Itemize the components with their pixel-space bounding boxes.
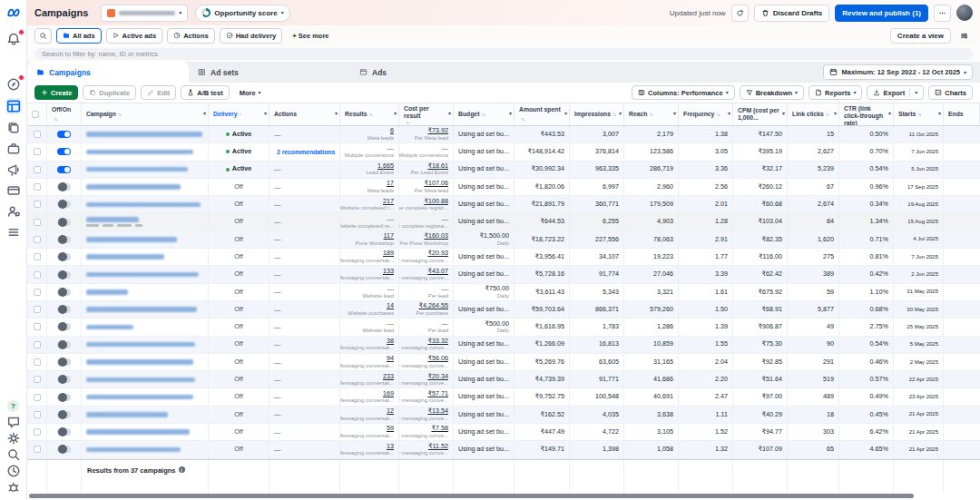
ad-account-selector[interactable]: ▾: [101, 5, 188, 22]
compass-icon[interactable]: [6, 77, 21, 92]
row-checkbox[interactable]: [34, 323, 41, 330]
column-header-delivery[interactable]: Delivery↑▾: [209, 103, 270, 125]
campaign-toggle[interactable]: [57, 411, 71, 418]
more-options-button[interactable]: [934, 5, 951, 22]
campaign-name-cell[interactable]: [82, 337, 209, 353]
create-button[interactable]: Create: [34, 85, 78, 100]
filter-pill-all-ads[interactable]: All ads: [56, 28, 102, 44]
chat-icon[interactable]: [6, 415, 21, 429]
campaign-toggle[interactable]: [57, 341, 71, 348]
campaign-name-cell[interactable]: [82, 424, 209, 440]
campaign-toggle[interactable]: [57, 376, 71, 383]
campaign-toggle[interactable]: [57, 219, 71, 226]
bell-icon[interactable]: [6, 32, 21, 46]
quick-actions-redacted[interactable]: [86, 224, 203, 228]
campaign-name-cell[interactable]: [82, 179, 209, 195]
column-header-campaign[interactable]: Campaign↑↓▾: [82, 103, 209, 125]
row-checkbox[interactable]: [34, 428, 41, 436]
person-gear-icon[interactable]: [6, 204, 21, 219]
horizontal-scrollbar[interactable]: [29, 494, 914, 498]
campaign-name-cell[interactable]: [82, 284, 209, 300]
campaign-name-cell[interactable]: [82, 371, 209, 387]
duplicate-button[interactable]: Duplicate: [83, 85, 136, 100]
column-header-ctr-link-click-through-rate-[interactable]: CTR (link click-through rate)↑↓▾: [839, 103, 894, 125]
campaign-name-cell[interactable]: [82, 301, 209, 318]
select-all-checkbox[interactable]: [32, 111, 39, 118]
view-settings-button[interactable]: [956, 27, 973, 44]
column-header-select[interactable]: [27, 103, 47, 125]
row-checkbox[interactable]: [34, 253, 41, 260]
reports-button[interactable]: Reports▾: [808, 85, 862, 100]
campaign-name-cell[interactable]: [82, 126, 209, 142]
row-checkbox[interactable]: [34, 219, 41, 226]
campaign-toggle[interactable]: [57, 166, 71, 173]
clock-icon[interactable]: [6, 464, 21, 478]
filter-pill-active-ads[interactable]: Active ads: [106, 28, 163, 44]
columns-performance-button[interactable]: Columns: Performance▾: [632, 85, 735, 100]
campaign-name-cell[interactable]: [82, 441, 209, 457]
meta-logo[interactable]: [6, 5, 21, 20]
campaign-name-cell[interactable]: [82, 266, 209, 282]
export-button[interactable]: Export▾: [867, 85, 924, 100]
campaign-name-cell[interactable]: [82, 319, 209, 335]
campaign-toggle[interactable]: [57, 183, 71, 191]
row-checkbox[interactable]: [34, 394, 41, 401]
row-checkbox[interactable]: [34, 306, 41, 313]
review-and-publish-button[interactable]: Review and publish (1): [835, 5, 928, 22]
campaign-toggle[interactable]: [57, 394, 71, 401]
column-header-cpm-cost-per-1-000-[interactable]: CPM (cost per 1,000...▾: [733, 103, 788, 125]
campaign-toggle[interactable]: [57, 148, 71, 155]
breakdown-button[interactable]: Breakdown▾: [740, 85, 804, 100]
user-avatar[interactable]: [956, 5, 973, 21]
tab-campaigns[interactable]: Campaigns: [27, 62, 189, 83]
search-icon[interactable]: [6, 447, 21, 462]
column-header-budget[interactable]: Budget↑↓▾: [454, 103, 514, 125]
column-header-reach[interactable]: Reach↑↓▾: [624, 103, 679, 125]
column-header-off-on[interactable]: Off/On↑↓: [47, 103, 82, 125]
column-header-amount-spent[interactable]: Amount spent↑↓▾: [514, 103, 570, 125]
campaign-toggle[interactable]: [57, 323, 71, 330]
row-checkbox[interactable]: [34, 358, 41, 366]
column-header-link-clicks[interactable]: Link clicks↑↓▾: [788, 103, 839, 125]
campaign-name-cell[interactable]: [82, 388, 209, 405]
search-input[interactable]: [34, 48, 973, 60]
campaign-name-cell[interactable]: [82, 213, 209, 230]
column-header-results[interactable]: Results↑↓▾: [340, 103, 399, 125]
gear-icon[interactable]: [6, 431, 21, 446]
row-checkbox[interactable]: [34, 341, 41, 348]
more-button[interactable]: More▾: [234, 85, 267, 100]
campaign-toggle[interactable]: [57, 271, 71, 279]
column-header-starts[interactable]: Starts↑↓▾: [894, 103, 944, 125]
row-checkbox[interactable]: [34, 148, 41, 155]
campaign-name-cell[interactable]: [82, 162, 209, 178]
a-b-test-button[interactable]: A/B test: [181, 85, 229, 100]
campaign-toggle[interactable]: [57, 201, 71, 208]
row-checkbox[interactable]: [34, 271, 41, 279]
filter-pill-had-delivery[interactable]: Had delivery: [220, 28, 283, 44]
campaign-name-cell[interactable]: [82, 231, 209, 248]
campaign-toggle[interactable]: [57, 131, 71, 138]
row-checkbox[interactable]: [34, 131, 41, 138]
campaign-name-cell[interactable]: [82, 407, 209, 423]
campaign-toggle[interactable]: [57, 428, 71, 436]
pages-icon[interactable]: [6, 121, 21, 135]
card-icon[interactable]: [6, 183, 21, 198]
campaign-toggle[interactable]: [57, 253, 71, 260]
campaign-toggle[interactable]: [57, 236, 71, 243]
refresh-button[interactable]: [731, 5, 749, 22]
campaign-name-cell[interactable]: [82, 249, 209, 265]
column-header-actions[interactable]: Actions▾: [270, 103, 340, 125]
date-range-button[interactable]: Maximum: 12 Sep 2022 - 12 Oct 2025 ▾: [823, 64, 973, 80]
campaign-toggle[interactable]: [57, 358, 71, 366]
bug-icon[interactable]: [6, 480, 21, 495]
row-checkbox[interactable]: [34, 236, 41, 243]
row-checkbox[interactable]: [34, 376, 41, 383]
discard-drafts-button[interactable]: Discard Drafts: [754, 5, 830, 22]
campaign-name-cell[interactable]: [82, 196, 209, 212]
campaign-name-cell[interactable]: [82, 354, 209, 370]
create-a-view-button[interactable]: Create a view: [890, 28, 951, 44]
filter-pill-actions[interactable]: Actions: [167, 28, 215, 44]
table-icon[interactable]: [5, 98, 22, 114]
opportunity-score-button[interactable]: Opportunity score ▾: [195, 5, 289, 22]
campaign-toggle[interactable]: [57, 289, 71, 296]
